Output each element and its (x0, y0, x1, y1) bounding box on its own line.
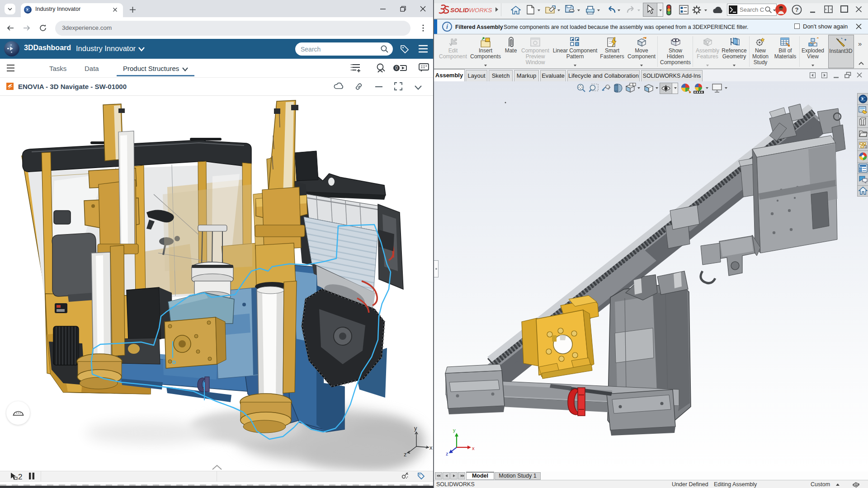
svg-text:x: x (429, 444, 433, 451)
svg-text:z: z (404, 451, 407, 458)
svg-text:?: ? (795, 6, 799, 13)
svg-text:y: y (414, 425, 417, 432)
svg-text:0: 0 (395, 66, 398, 70)
svg-text:2: 2 (18, 473, 22, 481)
svg-text:y: y (453, 427, 456, 433)
svg-text:x: x (472, 446, 475, 451)
svg-text:z: z (446, 451, 448, 456)
